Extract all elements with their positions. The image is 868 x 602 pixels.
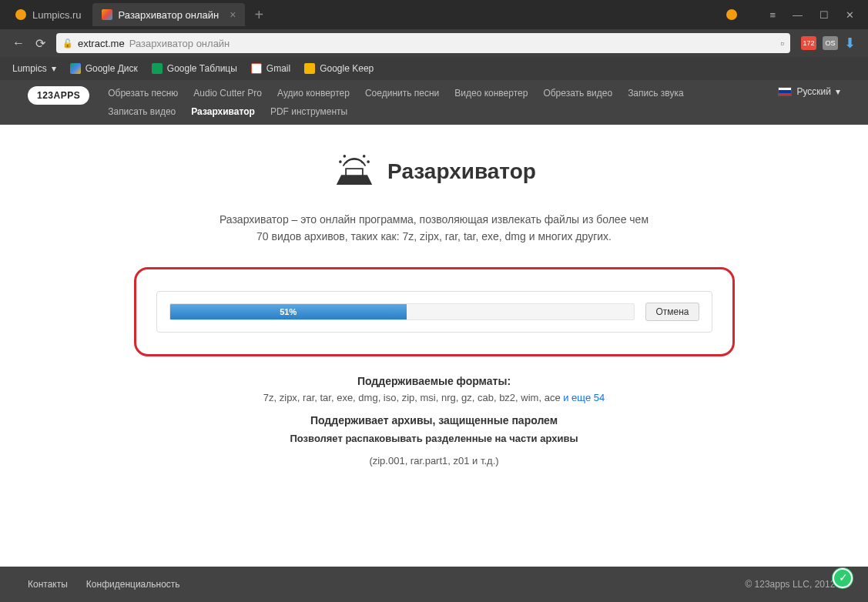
nav-join-songs[interactable]: Соединить песни — [365, 86, 439, 100]
nav-pdf-tools[interactable]: PDF инструменты — [270, 105, 347, 119]
window-controls: ≡ — ☐ ✕ — [726, 9, 868, 21]
address-bar: ← ⟳ 🔓 extract.me Разархиватор онлайн ▫ 1… — [0, 29, 868, 57]
site-header: 123APPS Обрезать песню Audio Cutter Pro … — [0, 80, 868, 125]
reload-button[interactable]: ⟳ — [35, 36, 45, 51]
nav-video-converter[interactable]: Видео конвертер — [454, 86, 528, 100]
nav-record-audio[interactable]: Запись звука — [628, 86, 684, 100]
maximize-button[interactable]: ☐ — [819, 9, 829, 21]
minimize-button[interactable]: — — [793, 9, 803, 21]
nav-cut-video[interactable]: Обрезать видео — [543, 86, 612, 100]
lock-icon: 🔓 — [62, 38, 73, 48]
favicon-icon — [102, 9, 112, 20]
tab-title: Lumpics.ru — [32, 9, 82, 21]
extension-icon[interactable]: OS — [823, 36, 838, 50]
bookmark-gmail[interactable]: Gmail — [251, 63, 290, 74]
nav-record-video[interactable]: Записать видео — [108, 105, 176, 119]
close-icon[interactable]: × — [230, 8, 236, 21]
bookmark-gdrive[interactable]: Google Диск — [70, 63, 138, 74]
nav-audio-cutter-pro[interactable]: Audio Cutter Pro — [193, 86, 262, 100]
cancel-button[interactable]: Отмена — [645, 303, 699, 321]
shield-icon[interactable] — [726, 9, 737, 20]
progress-bar: 51% — [169, 303, 635, 320]
bookmarks-bar: Lumpics ▾ Google Диск Google Таблицы Gma… — [0, 57, 868, 80]
unarchiver-icon — [332, 148, 377, 196]
url-rest: Разархиватор онлайн — [129, 38, 230, 49]
extensions: 172 OS ⬇ — [801, 35, 856, 52]
extension-badge[interactable]: 172 — [801, 36, 816, 50]
favicon-icon — [15, 9, 26, 20]
url-input[interactable]: 🔓 extract.me Разархиватор онлайн ▫ — [56, 33, 790, 53]
formats-split-detail: (zip.001, rar.part1, z01 и т.д.) — [0, 455, 868, 467]
bookmark-gsheets[interactable]: Google Таблицы — [152, 63, 237, 74]
upload-highlight: 51% Отмена — [134, 267, 735, 356]
tab-title: Разархиватор онлайн — [119, 9, 220, 21]
nav-audio-converter[interactable]: Аудио конвертер — [277, 86, 350, 100]
bookmark-gkeep[interactable]: Google Keep — [304, 63, 374, 74]
gkeep-icon — [304, 63, 315, 74]
downloads-icon[interactable]: ⬇ — [844, 35, 856, 52]
formats-info: Поддерживаемые форматы: 7z, zipx, rar, t… — [0, 375, 868, 467]
formats-split-heading: Позволяет распаковывать разделенные на ч… — [0, 433, 868, 444]
chevron-down-icon: ▾ — [836, 86, 840, 97]
browser-tabbar: Lumpics.ru Разархиватор онлайн × + ≡ — ☐… — [0, 0, 868, 29]
gmail-icon — [251, 63, 262, 74]
bookmark-lumpics[interactable]: Lumpics ▾ — [12, 63, 56, 74]
site-footer: Контакты Конфиденциальность © 123apps LL… — [0, 567, 868, 602]
footer-copyright: © 123apps LLC, 2012– — [745, 579, 840, 590]
nav-cut-song[interactable]: Обрезать песню — [108, 86, 178, 100]
formats-heading: Поддерживаемые форматы: — [0, 375, 868, 387]
gdrive-icon — [70, 63, 81, 74]
upload-box: 51% Отмена — [156, 291, 712, 333]
formats-more-link[interactable]: и еще 54 — [563, 392, 605, 403]
page-title: Разархиватор — [387, 159, 536, 184]
menu-button[interactable]: ≡ — [769, 9, 776, 21]
site-nav: Обрезать песню Audio Cutter Pro Аудио ко… — [108, 86, 693, 119]
bookmark-icon[interactable]: ▫ — [780, 37, 784, 49]
gsheets-icon — [152, 63, 163, 74]
tab-inactive[interactable]: Lumpics.ru — [6, 3, 91, 26]
flag-icon — [778, 87, 792, 96]
language-label: Русский — [796, 86, 831, 97]
chevron-down-icon: ▾ — [52, 63, 56, 74]
nav-unarchiver[interactable]: Разархиватор — [191, 105, 255, 119]
close-window-button[interactable]: ✕ — [846, 9, 854, 21]
language-selector[interactable]: Русский ▾ — [778, 86, 840, 97]
svg-point-0 — [340, 161, 341, 162]
footer-privacy[interactable]: Конфиденциальность — [86, 579, 180, 590]
footer-contacts[interactable]: Контакты — [28, 579, 68, 590]
svg-point-1 — [367, 161, 369, 162]
back-button[interactable]: ← — [12, 36, 25, 50]
page-content: Разархиватор Разархиватор – это онлайн п… — [0, 125, 868, 508]
progress-fill: 51% — [170, 304, 407, 319]
svg-point-3 — [364, 156, 365, 157]
formats-list: 7z, zipx, rar, tar, exe, dmg, iso, zip, … — [0, 392, 868, 403]
security-badge-icon[interactable] — [833, 568, 853, 588]
svg-point-2 — [344, 156, 345, 157]
progress-label: 51% — [280, 307, 297, 316]
brand-logo[interactable]: 123APPS — [28, 86, 89, 105]
url-domain: extract.me — [78, 38, 125, 49]
tab-active[interactable]: Разархиватор онлайн × — [92, 3, 246, 26]
formats-password: Поддерживает архивы, защищенные паролем — [0, 414, 868, 426]
new-tab-button[interactable]: + — [246, 6, 271, 24]
hero-description: Разархиватор – это онлайн программа, поз… — [0, 211, 868, 246]
hero: Разархиватор — [0, 148, 868, 196]
